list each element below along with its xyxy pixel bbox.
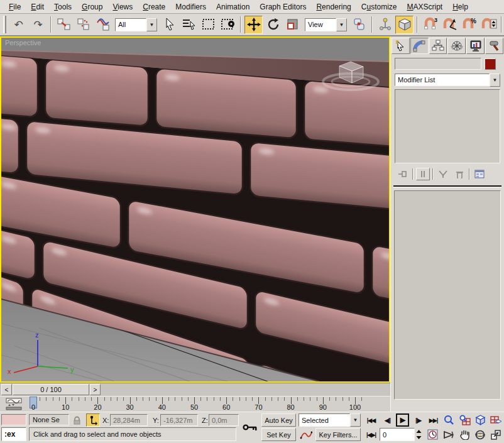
menu-item-customize[interactable]: Customize [356, 1, 402, 13]
track-bar[interactable]: 0102030405060708090100 [0, 396, 390, 412]
time-configuration-icon[interactable] [426, 428, 439, 441]
chevron-down-icon[interactable]: ▼ [350, 413, 361, 427]
select-and-move-icon[interactable] [244, 16, 263, 34]
modifier-stack-list[interactable] [395, 89, 500, 163]
zoom-icon[interactable] [442, 413, 456, 427]
x-coordinate-field[interactable]: 28,284m [110, 414, 148, 426]
tab-display[interactable] [466, 38, 485, 54]
z-coordinate-field[interactable]: 0,0m [209, 414, 239, 426]
play-animation-icon[interactable]: ▶ [396, 413, 409, 427]
set-key-button[interactable]: Set Key [261, 428, 296, 441]
maxscript-mini-listener[interactable]: :ex [1, 427, 26, 441]
viewport-label[interactable]: Perspective [5, 39, 41, 46]
object-color-swatch[interactable] [485, 58, 496, 70]
tab-create[interactable] [392, 38, 410, 54]
select-and-link-icon[interactable] [55, 16, 73, 34]
ruler-tick-label: 10 [62, 403, 69, 411]
object-name-row [391, 55, 504, 72]
key-filters-button[interactable]: Key Filters... [315, 428, 361, 441]
default-in-out-tangents-icon[interactable] [299, 428, 314, 441]
frame-spinner[interactable] [415, 428, 422, 441]
tab-motion[interactable] [447, 38, 466, 54]
spinner-snap-toggle-icon[interactable] [479, 16, 498, 34]
previous-frame-button[interactable]: < [1, 384, 12, 395]
toolbar-drag-handle[interactable] [3, 16, 6, 33]
arc-rotate-icon[interactable] [473, 428, 487, 441]
show-end-result-icon[interactable] [416, 168, 430, 180]
select-and-rotate-icon[interactable] [264, 16, 282, 34]
viewport-scene[interactable]: z x y [1, 38, 389, 381]
remove-modifier-icon[interactable] [452, 168, 466, 180]
next-frame-icon[interactable]: ||▶ [412, 413, 425, 427]
menu-item-group[interactable]: Group [77, 1, 107, 13]
modifier-stack-toolbar [391, 165, 504, 183]
select-and-manipulate-icon[interactable] [376, 16, 394, 34]
bind-to-space-warp-icon[interactable] [94, 16, 112, 34]
y-coordinate-field[interactable]: -16,327m [160, 414, 198, 426]
viewport-canvas[interactable]: z x y [1, 38, 389, 383]
chevron-down-icon[interactable]: ▼ [336, 18, 347, 31]
make-unique-icon[interactable] [436, 168, 450, 180]
menu-item-rendering[interactable]: Rendering [311, 1, 356, 13]
perspective-viewport[interactable]: z x y Perspective [0, 36, 390, 383]
go-to-start-icon[interactable]: |◀◀ [364, 413, 378, 427]
auto-key-button[interactable]: Auto Key [261, 413, 296, 427]
zoom-extents-all-icon[interactable] [489, 413, 503, 427]
maximize-viewport-toggle-icon[interactable] [489, 428, 503, 441]
menu-item-create[interactable]: Create [138, 1, 170, 13]
menu-item-tools[interactable]: Tools [49, 1, 77, 13]
menu-item-maxscript[interactable]: MAXScript [402, 1, 448, 13]
set-keys-button[interactable] [241, 413, 258, 441]
rectangular-selection-region-icon[interactable] [199, 16, 217, 34]
chevron-down-icon[interactable]: ▼ [490, 74, 500, 87]
selection-filter-dropdown[interactable]: All ▼ [115, 18, 157, 31]
current-frame-field[interactable]: 0 [380, 428, 415, 441]
tab-hierarchy[interactable] [429, 38, 447, 54]
tab-utilities[interactable] [485, 38, 503, 54]
window-crossing-toggle-icon[interactable] [219, 16, 237, 34]
unlink-selection-icon[interactable] [74, 16, 92, 34]
menu-item-modifiers[interactable]: Modifiers [170, 1, 211, 13]
chevron-down-icon[interactable]: ▼ [146, 18, 157, 31]
menu-item-views[interactable]: Views [107, 1, 138, 13]
object-name-input[interactable] [395, 58, 481, 70]
menu-item-file[interactable]: File [4, 1, 26, 13]
undo-icon[interactable]: ↶ [9, 16, 28, 34]
time-slider[interactable]: 0 / 100 [13, 384, 89, 395]
key-mode-toggle-icon[interactable]: |◀▶| [364, 428, 378, 441]
zoom-all-icon[interactable] [457, 413, 471, 427]
zoom-extents-icon[interactable] [473, 413, 487, 427]
menu-item-animation[interactable]: Animation [211, 1, 255, 13]
menu-item-graph-editors[interactable]: Graph Editors [255, 1, 311, 13]
redo-icon[interactable]: ↷ [29, 16, 47, 34]
use-pivot-point-center-icon[interactable] [350, 16, 368, 34]
key-filter-scope-dropdown[interactable]: Selected ▼ [299, 413, 361, 427]
select-by-name-icon[interactable] [180, 16, 198, 34]
menu-item-edit[interactable]: Edit [26, 1, 49, 13]
snaps-toggle-icon[interactable] [395, 16, 414, 34]
pan-hand-icon[interactable] [457, 428, 471, 441]
go-to-end-icon[interactable]: ▶▶| [427, 413, 440, 427]
selection-lock-icon[interactable] [72, 415, 82, 426]
stack-toolbar-separator [469, 168, 470, 180]
previous-frame-icon[interactable]: ◀|| [381, 413, 394, 427]
percent-snap-toggle-icon[interactable]: % [460, 16, 478, 34]
pin-stack-icon[interactable] [396, 168, 410, 180]
menu-item-help[interactable]: Help [447, 1, 473, 13]
toolbar-separator [50, 16, 52, 33]
tab-modify[interactable] [410, 38, 429, 54]
reference-coordinate-dropdown[interactable]: View ▼ [305, 18, 347, 31]
z-coordinate-label: Z: [202, 417, 208, 424]
modifier-list-dropdown[interactable]: Modifier List ▼ [395, 74, 500, 87]
select-and-scale-icon[interactable] [283, 16, 302, 34]
snap-3d-icon[interactable]: 3 [421, 16, 439, 34]
field-of-view-icon[interactable] [442, 428, 456, 441]
open-mini-curve-editor-icon[interactable] [5, 398, 23, 410]
next-frame-button[interactable]: > [90, 384, 101, 395]
angle-snap-toggle-icon[interactable] [441, 16, 459, 34]
time-slider-track[interactable]: < 0 / 100 > [0, 383, 390, 396]
absolute-mode-transform-icon[interactable] [86, 413, 100, 427]
time-ruler[interactable]: 0102030405060708090100 [33, 397, 376, 412]
configure-modifier-sets-icon[interactable] [473, 168, 486, 180]
select-object-icon[interactable] [160, 16, 178, 34]
